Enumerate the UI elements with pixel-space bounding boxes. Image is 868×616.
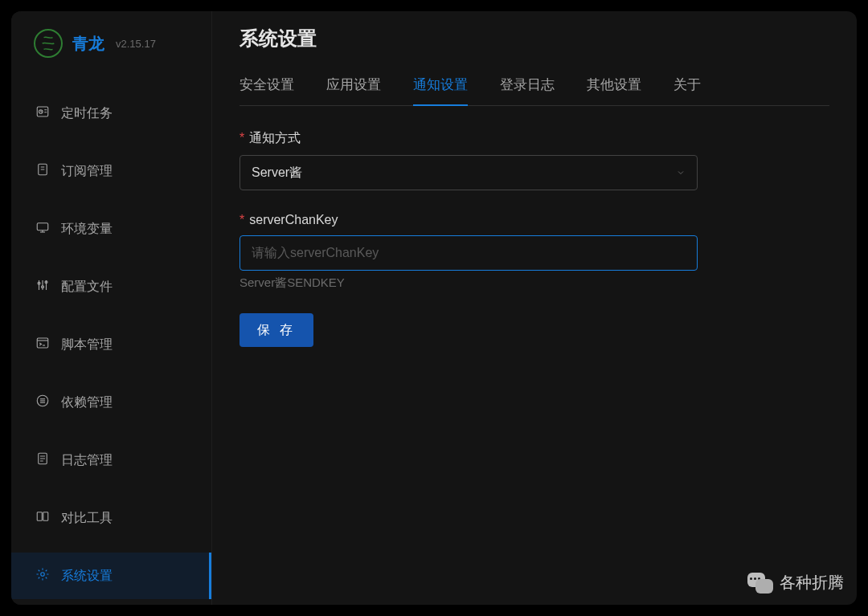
- tab-2[interactable]: 通知设置: [413, 67, 468, 105]
- brand-name: 青龙: [72, 33, 104, 55]
- logo-icon: [34, 29, 63, 58]
- log-icon: [35, 451, 50, 469]
- serverchankey-label-row: *serverChanKey: [240, 213, 698, 227]
- notify-method-label: 通知方式: [249, 131, 301, 145]
- sidebar-item-8[interactable]: 系统设置: [11, 553, 211, 599]
- sidebar-item-label: 脚本管理: [61, 337, 113, 353]
- notify-method-value: Server酱: [252, 165, 302, 182]
- notify-method-label-row: *通知方式: [240, 130, 698, 147]
- sidebar-item-label: 依赖管理: [61, 394, 113, 411]
- sidebar-item-label: 定时任务: [61, 105, 113, 122]
- monitor-icon: [35, 220, 50, 238]
- sidebar-item-label: 订阅管理: [61, 163, 113, 180]
- subscribe-icon: [35, 162, 50, 180]
- tab-5[interactable]: 关于: [674, 67, 701, 105]
- main-content: 系统设置 安全设置应用设置通知设置登录日志其他设置关于 *通知方式 Server…: [212, 11, 857, 605]
- serverchankey-help: Server酱SENDKEY: [240, 275, 698, 291]
- svg-rect-18: [37, 338, 48, 348]
- clock-list-icon: [35, 104, 50, 122]
- tabs: 安全设置应用设置通知设置登录日志其他设置关于: [240, 67, 829, 106]
- sidebar-item-label: 日志管理: [61, 452, 113, 469]
- field-serverchankey: *serverChanKey Server酱SENDKEY: [240, 213, 698, 291]
- diff-icon: [35, 509, 50, 527]
- sidebar-nav: 定时任务订阅管理环境变量配置文件脚本管理依赖管理日志管理对比工具系统设置: [11, 75, 211, 605]
- tab-1[interactable]: 应用设置: [326, 67, 381, 105]
- required-mark: *: [240, 213, 244, 226]
- sidebar-item-0[interactable]: 定时任务: [11, 90, 211, 137]
- tab-4[interactable]: 其他设置: [587, 67, 641, 105]
- field-notify-method: *通知方式 Server酱: [240, 130, 698, 190]
- gear-icon: [35, 567, 50, 585]
- sidebar-item-3[interactable]: 配置文件: [11, 263, 211, 310]
- watermark: 各种折腾: [747, 572, 844, 594]
- page-title: 系统设置: [240, 26, 829, 51]
- required-mark: *: [240, 131, 244, 145]
- sidebar-item-7[interactable]: 对比工具: [11, 495, 211, 541]
- sidebar-item-label: 对比工具: [61, 510, 113, 527]
- serverchankey-input[interactable]: [240, 235, 698, 271]
- svg-point-31: [41, 573, 45, 577]
- sidebar-item-label: 配置文件: [61, 279, 113, 296]
- svg-rect-9: [37, 223, 48, 230]
- svg-rect-30: [43, 512, 48, 521]
- sidebar-item-2[interactable]: 环境变量: [11, 206, 211, 252]
- sidebar-item-1[interactable]: 订阅管理: [11, 148, 211, 194]
- sidebar-item-label: 环境变量: [61, 221, 113, 238]
- terminal-icon: [35, 336, 50, 353]
- serverchankey-label: serverChanKey: [249, 213, 338, 226]
- logo-area: 青龙 v2.15.17: [11, 11, 211, 75]
- brand-version: v2.15.17: [116, 38, 156, 50]
- sidebar-item-4[interactable]: 脚本管理: [11, 321, 211, 368]
- sliders-icon: [35, 278, 50, 296]
- chevron-down-icon: [676, 168, 686, 177]
- chat-bubbles-icon: [747, 573, 773, 594]
- sidebar-item-label: 系统设置: [61, 568, 113, 585]
- save-button[interactable]: 保 存: [240, 313, 313, 347]
- svg-rect-29: [37, 512, 42, 521]
- tab-3[interactable]: 登录日志: [500, 67, 555, 105]
- sidebar-item-5[interactable]: 依赖管理: [11, 379, 211, 426]
- tab-0[interactable]: 安全设置: [240, 67, 294, 105]
- sidebar: 青龙 v2.15.17 定时任务订阅管理环境变量配置文件脚本管理依赖管理日志管理…: [11, 11, 212, 605]
- sidebar-item-6[interactable]: 日志管理: [11, 437, 211, 483]
- app-window: 青龙 v2.15.17 定时任务订阅管理环境变量配置文件脚本管理依赖管理日志管理…: [11, 11, 857, 605]
- watermark-label: 各种折腾: [780, 572, 844, 594]
- list-icon: [35, 394, 50, 411]
- notify-method-select[interactable]: Server酱: [240, 155, 698, 190]
